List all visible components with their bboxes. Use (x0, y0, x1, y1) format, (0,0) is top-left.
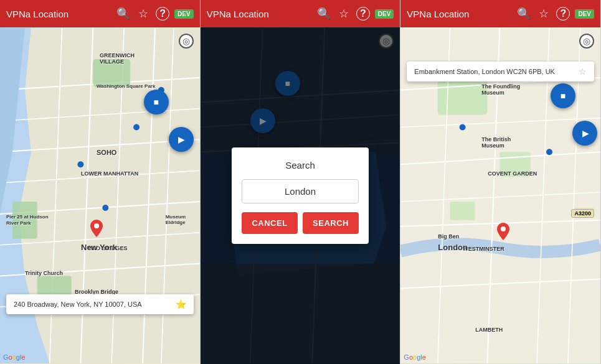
target-icon-london[interactable] (579, 34, 594, 49)
toolbar-search: VPNa Location 🔍 ☆ ? DEV (201, 0, 400, 27)
lower-manhattan-label: LOWER MANHATTAN (81, 170, 138, 177)
search-icon-search[interactable]: 🔍 (316, 7, 331, 21)
map-pin-london (497, 223, 509, 243)
svg-point-50 (460, 124, 466, 130)
dev-badge-ny: DEV (174, 9, 194, 19)
star-icon-search[interactable]: ☆ (336, 7, 351, 21)
map-search-bg: Search CANCEL SEARCH (201, 27, 400, 364)
search-button[interactable]: SEARCH (303, 212, 359, 234)
soho-label: SOHO (97, 149, 116, 156)
map-ny: SOHO LOWER MANHATTAN TWO BRIDGES Brookly… (0, 27, 200, 364)
play-button-london[interactable] (572, 121, 597, 146)
map-pin-ny (90, 220, 103, 240)
favorite-star-london[interactable]: ☆ (579, 67, 587, 77)
toolbar-ny: VPNa Location 🔍 ☆ ? DEV (0, 0, 200, 27)
trinity-church-label: Trinity Church (25, 270, 63, 276)
location-text-london: Embankment Station, London WC2N 6PB, UK (414, 68, 574, 75)
dev-badge-search: DEV (375, 9, 394, 19)
google-logo-ny: Google (3, 353, 26, 361)
road-a3200-badge: A3200 (571, 209, 594, 218)
map-london: The Foundling Museum The British Museum … (400, 27, 600, 364)
covent-garden-label: COVENT GARDEN (488, 170, 537, 177)
big-ben-label: Big Ben (438, 233, 459, 240)
westminster-label: WESTMINSTER (463, 246, 504, 252)
foundling-museum-label: The Foundling Museum (481, 83, 531, 96)
lambeth-label: LAMBETH (475, 327, 503, 333)
favorite-star-ny[interactable]: ⭐ (176, 299, 186, 309)
help-icon-search[interactable]: ? (356, 7, 370, 21)
london-city-label: London (438, 243, 468, 252)
stop-button-ny[interactable] (144, 90, 169, 114)
svg-point-21 (77, 161, 83, 167)
location-bar-london: Embankment Station, London WC2N 6PB, UK … (407, 62, 594, 82)
svg-point-49 (546, 149, 552, 155)
cancel-button[interactable]: CANCEL (242, 212, 298, 234)
toolbar-london: VPNa Location 🔍 ☆ ? DEV (400, 0, 600, 27)
washington-sq-label: Washington Square Park (97, 83, 155, 89)
location-text-ny: 240 Broadway, New York, NY 10007, USA (14, 301, 171, 308)
british-museum-label: The British Museum (481, 136, 531, 149)
panel-new-york: VPNa Location 🔍 ☆ ? DEV (0, 0, 201, 364)
location-bar-ny: 240 Broadway, New York, NY 10007, USA ⭐ (6, 294, 194, 314)
svg-rect-36 (450, 202, 475, 220)
svg-point-19 (133, 124, 140, 130)
pier25-label: Pier 25 at Hudson River Park (6, 214, 50, 226)
dialog-title: Search (242, 160, 359, 170)
search-input[interactable] (242, 179, 359, 203)
search-dialog: Search CANCEL SEARCH (232, 147, 369, 244)
google-logo-london: Google (404, 353, 426, 361)
star-icon-london[interactable]: ☆ (536, 7, 551, 21)
svg-point-20 (102, 205, 108, 211)
new-york-city-label: New York (81, 243, 117, 252)
help-icon-london[interactable]: ? (556, 7, 570, 21)
play-button-ny[interactable] (169, 127, 194, 152)
target-icon-ny[interactable] (179, 34, 194, 49)
museum-label: Museum Eldridge (166, 214, 197, 225)
search-icon-ny[interactable]: 🔍 (116, 7, 131, 21)
svg-rect-34 (438, 78, 488, 115)
stop-button-london[interactable] (551, 83, 575, 108)
greenwich-village-label: GREENWICHVILLAGE (100, 52, 135, 65)
dev-badge-london: DEV (575, 9, 594, 19)
svg-point-51 (501, 226, 506, 231)
dialog-buttons: CANCEL SEARCH (242, 212, 359, 234)
app-title-search: VPNa Location (207, 9, 311, 19)
search-icon-london[interactable]: 🔍 (516, 7, 531, 21)
search-overlay: Search CANCEL SEARCH (201, 27, 400, 364)
star-icon-ny[interactable]: ☆ (136, 7, 151, 21)
svg-point-23 (94, 223, 99, 228)
panel-london: VPNa Location 🔍 ☆ ? DEV (400, 0, 601, 364)
app-title-london: VPNa Location (407, 9, 511, 19)
help-icon-ny[interactable]: ? (156, 7, 169, 21)
app-title-ny: VPNa Location (6, 9, 111, 19)
panel-search: VPNa Location 🔍 ☆ ? DEV (201, 0, 401, 364)
